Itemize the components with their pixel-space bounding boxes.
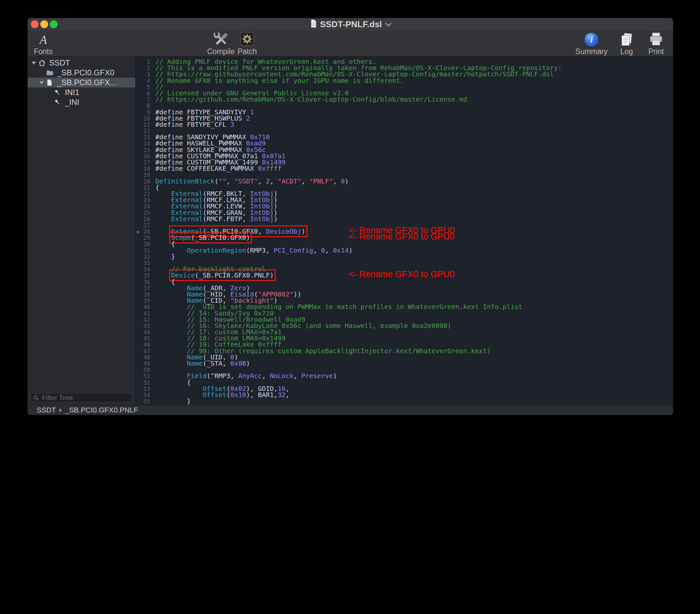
code-line: 29 Scope(_SB.PCI0.GFX0)<- Rename GFX0 to… (136, 235, 673, 241)
rename-annotation-box: Device(_SB.PCI0.GFX0.PNLF) (171, 271, 274, 279)
gutter-marker-dot (136, 231, 139, 234)
patch-icon (239, 31, 255, 47)
code-line: 26 External(RMCF.FBTP, IntObj) (136, 216, 673, 222)
source-tree: SSDT _SB.PCI0.GFX0 (27, 58, 135, 107)
summary-button[interactable]: i Summary (575, 31, 608, 55)
line-number: 26 (136, 216, 150, 223)
filter-field[interactable] (30, 393, 133, 402)
print-icon (648, 31, 664, 47)
zoom-button[interactable] (50, 20, 58, 28)
code-line: 49 Name(_STA, 0x0B) (136, 360, 673, 367)
line-number: 56 (136, 405, 150, 405)
close-button[interactable] (31, 20, 39, 28)
line-number: 46 (136, 342, 150, 348)
tree-item-ini1[interactable]: INI1 (27, 87, 135, 97)
code-line: 35 Device(_SB.PCI0.GFX0.PNLF)<- Rename G… (136, 272, 673, 278)
line-number: 20 (136, 178, 150, 185)
code-line: 4// Rename GFX0 to anything else if your… (136, 78, 673, 84)
line-number: 55 (136, 398, 150, 405)
line-number: 10 (136, 116, 150, 122)
line-number: 27 (136, 223, 150, 229)
print-button[interactable]: Print (646, 31, 666, 55)
line-number: 34 (136, 266, 150, 273)
tree-item-ssdt[interactable]: SSDT (27, 58, 135, 68)
log-button[interactable]: Log (616, 31, 637, 55)
tree-item-label: _SB.PCI0.GFX0 (57, 68, 114, 77)
line-number: 45 (136, 336, 150, 342)
breadcrumb-current: _SB.PCI0.GFX0.PNLF (65, 406, 138, 414)
code-line: 55 } (136, 398, 673, 404)
code-line: 18#define COFFEELAKE_PWMMAX 0xffff (136, 165, 673, 172)
line-number: 48 (136, 354, 150, 361)
summary-info-icon: i (584, 31, 599, 47)
minimize-button[interactable] (40, 20, 48, 28)
line-number: 8 (136, 103, 150, 109)
chevron-down-icon (385, 20, 392, 26)
rename-annotation-box: Scope(_SB.PCI0.GFX0) (171, 234, 250, 241)
line-number: 54 (136, 392, 150, 398)
patch-button[interactable]: Patch (237, 31, 258, 55)
line-number: 4 (136, 78, 150, 84)
line-number: 39 (136, 298, 150, 304)
line-number: 52 (136, 380, 150, 386)
search-icon (33, 395, 39, 401)
line-number: 2 (136, 65, 150, 72)
fonts-label: Fonts (34, 48, 53, 55)
compile-label: Compile (207, 48, 235, 55)
tree-item-ini[interactable]: _INI (27, 97, 135, 107)
disclosure-triangle-icon[interactable] (32, 62, 38, 64)
line-number: 16 (136, 153, 150, 160)
line-number: 40 (136, 304, 150, 310)
fonts-button[interactable]: A Fonts (33, 31, 54, 55)
main-area: SSDT _SB.PCI0.GFX0 (27, 57, 673, 405)
line-number: 53 (136, 386, 150, 392)
line-number: 21 (136, 185, 150, 191)
line-number: 17 (136, 160, 150, 166)
compile-icon (213, 31, 229, 47)
line-number: 38 (136, 292, 150, 298)
summary-label: Summary (575, 48, 608, 55)
disclosure-triangle-icon[interactable] (39, 81, 46, 84)
code-line: 20DefinitionBlock("", "SSDT", 2, "ACDT",… (136, 178, 673, 185)
svg-text:i: i (590, 34, 593, 45)
code-line: 56 (136, 404, 673, 405)
line-number: 47 (136, 348, 150, 354)
line-number: 12 (136, 128, 150, 134)
titlebar[interactable]: SSDT-PNLF.dsl (27, 18, 673, 30)
patch-label: Patch (238, 48, 257, 55)
code-line: 32 } (136, 254, 673, 260)
log-label: Log (620, 48, 633, 55)
rename-annotation-text: <- Rename GFX0 to GPU0 (349, 234, 454, 240)
tree-item-gfx0-device[interactable]: _SB.PCI0.GFX... (27, 78, 135, 87)
tree-item-label: SSDT (49, 58, 70, 67)
method-icon (54, 99, 63, 106)
line-number: 18 (136, 166, 150, 172)
code-line: 51 Field(^RMP3, AnyAcc, NoLock, Preserve… (136, 373, 673, 379)
code-line: 11#define FBTYPE_CFL 3 (136, 122, 673, 128)
print-label: Print (648, 48, 664, 55)
line-number: 41 (136, 311, 150, 317)
tree-item-label: INI1 (65, 88, 79, 97)
log-pages-icon (619, 31, 634, 47)
line-number: 5 (136, 84, 150, 90)
line-number: 3 (136, 72, 150, 78)
line-number: 29 (136, 235, 150, 241)
line-number: 13 (136, 134, 150, 140)
window-controls (31, 20, 58, 28)
tree-item-gfx0-folder[interactable]: _SB.PCI0.GFX0 (27, 68, 135, 78)
window-title-group[interactable]: SSDT-PNLF.dsl (310, 19, 391, 29)
title-document-icon (310, 19, 317, 29)
breadcrumb-root[interactable]: SSDT (37, 406, 56, 414)
code-editor[interactable]: 1// Adding PNLF device for WhateverGreen… (136, 57, 673, 405)
window-title: SSDT-PNLF.dsl (320, 19, 382, 29)
document-icon (46, 79, 55, 87)
line-number: 51 (136, 373, 150, 379)
home-icon (38, 59, 47, 67)
rename-annotation-text: <- Rename GFX0 to GPU0 (349, 271, 454, 277)
line-number: 22 (136, 191, 150, 197)
line-number: 44 (136, 329, 150, 336)
filter-input[interactable] (41, 393, 129, 402)
compile-button[interactable]: Compile (207, 31, 235, 55)
line-number: 33 (136, 260, 150, 266)
breadcrumb-chevron-icon (59, 408, 62, 412)
